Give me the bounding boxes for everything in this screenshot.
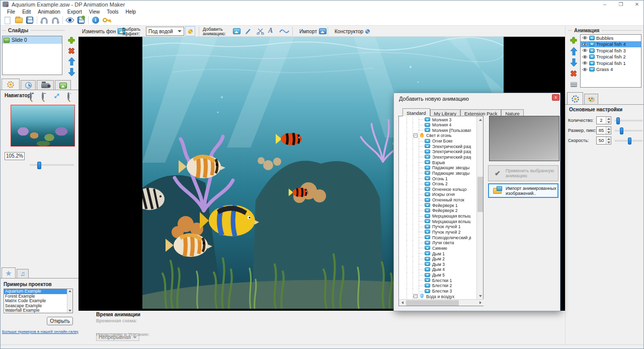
tree-item[interactable]: − Блестки 2 [399, 283, 471, 289]
register-button[interactable] [101, 16, 112, 25]
online-gallery-link[interactable]: Больше примеров в нашей онлайн-галерее [2, 329, 77, 334]
visibility-eye-icon[interactable] [582, 67, 588, 72]
tree-expander-icon[interactable]: − [414, 133, 418, 137]
tree-item[interactable]: − Дым 5 [399, 272, 471, 278]
examples-scrollbar[interactable] [67, 289, 72, 313]
tree-item[interactable]: − Электрический разряд 1 [399, 144, 471, 149]
visibility-eye-icon[interactable] [582, 48, 588, 52]
setting-spinner[interactable]: 85 [596, 126, 611, 134]
undo-button[interactable] [39, 16, 50, 25]
scrollbar-thumb[interactable] [406, 300, 459, 306]
setting-slider[interactable] [615, 140, 642, 142]
tree-item[interactable]: − Мерцающая вспышка 2 [399, 219, 471, 224]
tree-item[interactable]: − Пучок лучей 2 [399, 229, 471, 235]
spin-up-icon[interactable] [607, 118, 610, 120]
constructor-button[interactable]: Конструктор [333, 26, 372, 36]
tree-item[interactable]: − Блестки 3 [399, 289, 471, 294]
example-project-row[interactable]: Waterfall Example [4, 308, 67, 313]
add-wave-animation-button[interactable] [277, 26, 291, 36]
dialog-tab[interactable]: Nature [501, 109, 524, 116]
tree-item[interactable]: − Молния 4 [399, 122, 471, 128]
tree-item[interactable]: − Дым 3 [399, 261, 471, 267]
scroll-up-icon[interactable] [68, 289, 71, 293]
animation-row[interactable]: Tropical fish 1 [581, 60, 641, 66]
tab-color-settings[interactable] [584, 94, 598, 104]
change-background-button[interactable]: Изменить фон [80, 26, 127, 36]
tree-item[interactable]: − Дым 1 [399, 251, 471, 256]
tree-item[interactable]: − Свет и огонь [399, 133, 471, 138]
import-animated-images-button[interactable]: Импорт анимированныхизображений.. [488, 183, 558, 198]
tab-output[interactable] [55, 80, 71, 90]
slider-handle[interactable] [628, 137, 631, 145]
animation-row[interactable]: Tropical fish 2 [581, 54, 641, 60]
add-animation-button[interactable] [569, 36, 578, 45]
animation-row[interactable]: Bubbles [581, 35, 641, 41]
redo-button[interactable] [50, 16, 61, 25]
save-button[interactable] [24, 16, 35, 25]
animation-row[interactable]: Grass 4 [581, 66, 641, 73]
spinner-buttons[interactable] [606, 117, 611, 124]
move-slide-down-button[interactable] [67, 67, 76, 77]
move-animation-up-button[interactable] [569, 47, 578, 56]
menu-item[interactable]: Export [64, 9, 86, 15]
effect-settings-button[interactable] [185, 26, 195, 36]
scroll-down-icon[interactable] [68, 309, 71, 313]
tree-item[interactable]: − Огонь 1 [399, 176, 471, 181]
export-button[interactable] [75, 16, 87, 25]
slide-row[interactable]: Slide 0 [3, 36, 62, 44]
spin-down-icon[interactable] [607, 121, 610, 123]
menu-item[interactable]: Edit [19, 9, 34, 15]
dialog-tab[interactable]: Standard [403, 108, 430, 116]
open-file-button[interactable] [13, 16, 24, 25]
tree-item[interactable]: − Вода и воздух [399, 294, 471, 299]
tree-item[interactable]: − Падающие звезды 2 [399, 170, 471, 176]
tree-item[interactable]: − Сияние [399, 245, 471, 251]
visibility-eye-icon[interactable] [582, 61, 588, 65]
visibility-eye-icon[interactable] [582, 42, 588, 46]
scroll-up-icon[interactable] [477, 116, 484, 123]
tab-scene-settings[interactable] [2, 79, 20, 90]
close-button[interactable]: ✕ [629, 1, 644, 9]
tree-item[interactable]: − Мерцающая вспышка 1 [399, 214, 471, 219]
add-scissors-animation-button[interactable] [255, 26, 266, 36]
scrollbar-thumb[interactable] [477, 177, 483, 212]
menu-item[interactable]: File [4, 9, 19, 15]
tree-item[interactable]: − Огонь 2 [399, 181, 471, 187]
tab-basic-settings[interactable] [567, 92, 583, 105]
setting-slider[interactable] [615, 120, 642, 121]
scroll-left-icon[interactable] [399, 300, 406, 306]
open-example-button[interactable]: Открыть [47, 317, 73, 325]
tab-example-projects[interactable]: ★ [2, 267, 16, 278]
tree-item[interactable]: − Психоделический дым [399, 235, 471, 240]
tree-expander-icon[interactable]: − [414, 294, 418, 298]
menu-item[interactable]: Tools [103, 9, 122, 15]
tree-item[interactable]: − Огненное кольцо [399, 186, 471, 192]
zoom-slider[interactable] [30, 164, 74, 166]
tree-item[interactable]: − Электрический разряд 2 [399, 149, 471, 155]
tree-item[interactable]: − Молния 3 [399, 117, 471, 122]
apply-animation-button[interactable]: ✔ Применить выбраннуюанимацию [488, 165, 558, 181]
tree-item[interactable]: − Огненный поток [399, 197, 471, 203]
zoom-out-button[interactable]: − [42, 93, 44, 99]
setting-spinner[interactable]: 2 [596, 116, 611, 124]
animation-row[interactable]: Tropical fish 4 [581, 41, 641, 48]
slides-list[interactable]: Slide 0 [2, 36, 62, 75]
move-slide-up-button[interactable] [67, 57, 76, 66]
about-button[interactable]: i [90, 16, 101, 25]
dialog-tab[interactable]: Extension Pack [460, 109, 501, 116]
add-slide-button[interactable] [67, 36, 76, 45]
tab-camera[interactable] [37, 80, 54, 90]
spinner-buttons[interactable] [606, 137, 611, 144]
tab-timing[interactable] [21, 80, 36, 90]
fit-to-window-button[interactable]: ⤢ [54, 93, 59, 99]
add-text-animation-button[interactable]: A [266, 26, 275, 36]
tree-item[interactable]: − Лучи света [399, 240, 471, 246]
tree-vertical-scrollbar[interactable] [476, 116, 483, 299]
tree-item[interactable]: − Дым 4 [399, 267, 471, 272]
add-brush-animation-button[interactable] [243, 26, 254, 36]
move-animation-down-button[interactable] [569, 58, 578, 67]
actual-size-button[interactable]: · [67, 93, 69, 99]
tree-item[interactable]: − Взрыв [399, 160, 471, 165]
flatten-layers-button[interactable] [569, 80, 578, 89]
menu-item[interactable]: View [86, 9, 104, 15]
